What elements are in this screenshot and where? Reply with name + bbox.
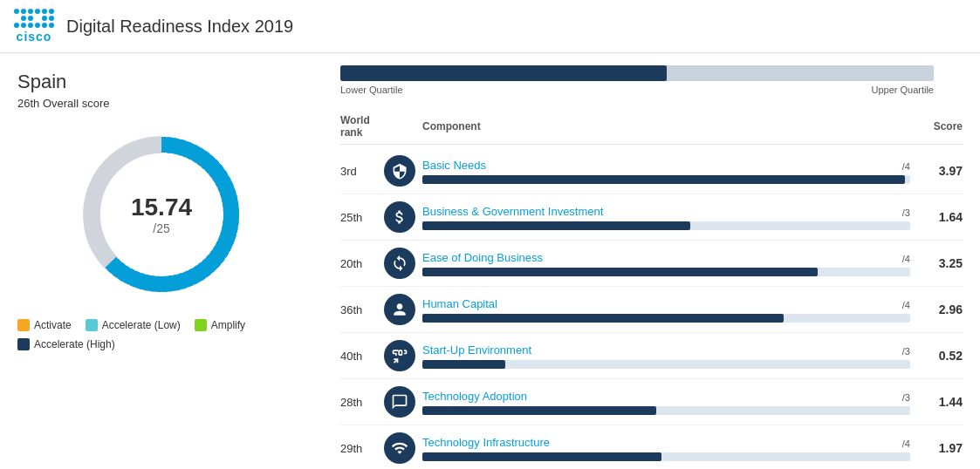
legend-label-amplify: Amplify bbox=[211, 319, 245, 331]
bar-container: /4 bbox=[422, 268, 910, 276]
row-rank: 36th bbox=[340, 303, 384, 316]
legend-color-amplify bbox=[195, 319, 207, 331]
row-content: Ease of Doing Business /4 bbox=[422, 251, 910, 276]
main-layout: Spain 26th Overall score bbox=[0, 53, 980, 469]
table-row: 25th Business & Government Investment /3… bbox=[340, 194, 963, 241]
bar-fill bbox=[422, 175, 905, 184]
legend-item-accelerate-high: Accelerate (High) bbox=[17, 338, 115, 350]
page-title: Digital Readiness Index 2019 bbox=[66, 17, 293, 37]
upper-quartile-label: Upper Quartile bbox=[871, 85, 934, 95]
bar-max-label: /3 bbox=[902, 346, 910, 357]
row-content: Technology Infrastructure /4 bbox=[422, 436, 910, 461]
cisco-logo: cisco bbox=[14, 9, 54, 44]
row-icon bbox=[384, 294, 415, 325]
legend-label-activate: Activate bbox=[34, 319, 72, 331]
row-content: Basic Needs /4 bbox=[422, 159, 910, 184]
legend-item-accelerate-low: Accelerate (Low) bbox=[86, 319, 181, 331]
row-icon bbox=[384, 340, 415, 371]
row-label: Human Capital bbox=[422, 297, 910, 310]
row-rank: 20th bbox=[340, 257, 384, 270]
bar-container: /3 bbox=[422, 406, 910, 415]
row-icon bbox=[384, 155, 415, 187]
row-icon bbox=[384, 201, 415, 233]
legend: Activate Accelerate (Low) Amplify Accele… bbox=[17, 319, 305, 350]
row-score: 1.97 bbox=[910, 441, 963, 455]
row-content: Business & Government Investment /3 bbox=[422, 205, 910, 230]
bar-container: /4 bbox=[422, 452, 910, 461]
quartile-labels: Lower Quartile Upper Quartile bbox=[340, 85, 934, 95]
row-label: Basic Needs bbox=[422, 159, 910, 172]
table-row: 20th Ease of Doing Business /4 3.25 bbox=[340, 241, 963, 287]
score-max: /25 bbox=[153, 221, 169, 235]
legend-label-accelerate-low: Accelerate (Low) bbox=[102, 319, 181, 331]
col-header-rank: World rank bbox=[340, 114, 384, 139]
bar-container: /3 bbox=[422, 221, 910, 230]
donut-chart-container: 15.74 /25 bbox=[17, 127, 305, 302]
row-rank: 40th bbox=[340, 350, 384, 363]
bar-container: /4 bbox=[422, 314, 910, 323]
row-score: 2.96 bbox=[910, 302, 963, 316]
bar-fill bbox=[422, 360, 505, 369]
bar-max-label: /4 bbox=[902, 254, 910, 264]
header: cisco Digital Readiness Index 2019 bbox=[0, 0, 980, 53]
col-header-score: Score bbox=[910, 120, 963, 133]
row-rank: 25th bbox=[340, 211, 384, 224]
right-panel: Lower Quartile Upper Quartile World rank… bbox=[323, 53, 980, 469]
row-score: 1.64 bbox=[910, 210, 963, 224]
rows-container: 3rd Basic Needs /4 3.97 25th Business & … bbox=[340, 148, 963, 469]
bar-max-label: /4 bbox=[902, 438, 910, 449]
row-content: Start-Up Environment /3 bbox=[422, 343, 910, 369]
bar-fill bbox=[422, 452, 661, 461]
bar-max-label: /3 bbox=[902, 207, 910, 218]
donut-center-values: 15.74 /25 bbox=[131, 194, 192, 235]
left-panel: Spain 26th Overall score bbox=[0, 53, 323, 469]
quartile-bar-section: Lower Quartile Upper Quartile bbox=[340, 65, 963, 95]
row-rank: 29th bbox=[340, 442, 384, 455]
legend-color-activate bbox=[17, 319, 30, 331]
bar-max-label: /4 bbox=[902, 161, 910, 172]
cisco-wordmark: cisco bbox=[17, 30, 52, 44]
overall-score-label: 26th Overall score bbox=[17, 97, 305, 110]
bar-fill bbox=[422, 221, 690, 230]
bar-max-label: /4 bbox=[902, 300, 910, 310]
legend-item-activate: Activate bbox=[17, 319, 72, 331]
row-icon bbox=[384, 386, 415, 418]
row-score: 3.97 bbox=[910, 164, 963, 178]
table-row: 28th Technology Adoption /3 1.44 bbox=[340, 379, 963, 425]
row-label: Technology Adoption bbox=[422, 390, 910, 403]
col-header-component: Component bbox=[384, 120, 910, 133]
row-icon bbox=[384, 248, 415, 279]
bar-container: /4 bbox=[422, 175, 910, 184]
row-score: 1.44 bbox=[910, 395, 963, 409]
row-content: Human Capital /4 bbox=[422, 297, 910, 323]
legend-label-accelerate-high: Accelerate (High) bbox=[34, 338, 115, 350]
legend-color-accelerate-high bbox=[17, 338, 30, 350]
bar-fill bbox=[422, 314, 784, 323]
lower-quartile-label: Lower Quartile bbox=[340, 85, 403, 95]
table-row: 3rd Basic Needs /4 3.97 bbox=[340, 148, 963, 194]
table-row: 36th Human Capital /4 2.96 bbox=[340, 287, 963, 333]
legend-color-accelerate-low bbox=[86, 319, 98, 331]
row-rank: 3rd bbox=[340, 165, 384, 178]
cisco-dots bbox=[14, 9, 54, 28]
bar-fill bbox=[422, 268, 818, 276]
quartile-bar-outer bbox=[340, 65, 934, 81]
table-row: 40th Start-Up Environment /3 0.52 bbox=[340, 333, 963, 379]
quartile-bar-inner bbox=[340, 65, 667, 81]
bar-max-label: /3 bbox=[902, 392, 910, 403]
row-label: Start-Up Environment bbox=[422, 343, 910, 357]
table-header: World rank Component Score bbox=[340, 109, 963, 145]
row-label: Ease of Doing Business bbox=[422, 251, 910, 264]
row-rank: 28th bbox=[340, 396, 384, 409]
bar-fill bbox=[422, 406, 656, 415]
row-content: Technology Adoption /3 bbox=[422, 390, 910, 415]
score-value: 15.74 bbox=[131, 194, 192, 221]
row-score: 0.52 bbox=[910, 349, 963, 363]
legend-item-amplify: Amplify bbox=[195, 319, 245, 331]
row-label: Business & Government Investment bbox=[422, 205, 910, 218]
bar-container: /3 bbox=[422, 360, 910, 369]
table-row: 29th Technology Infrastructure /4 1.97 bbox=[340, 425, 963, 469]
row-icon bbox=[384, 432, 415, 464]
row-score: 3.25 bbox=[910, 256, 963, 270]
country-name: Spain bbox=[17, 71, 305, 93]
